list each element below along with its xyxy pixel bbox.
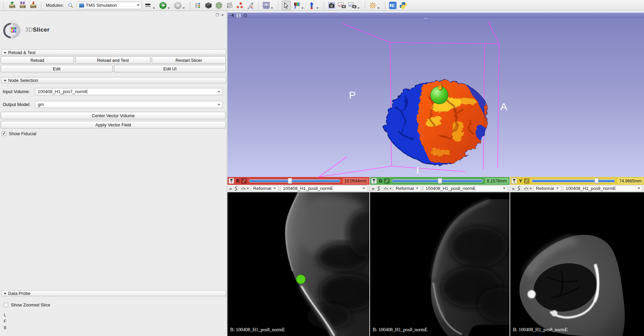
show-module-panel-button[interactable] — [194, 1, 202, 10]
module-forward-button[interactable] — [173, 1, 182, 10]
green-slice-view: G 8.1576mm » Reformat — [370, 177, 510, 336]
orientation-label-superior-clip: S — [422, 18, 433, 20]
chevron-down-icon — [378, 7, 380, 9]
yellow-slice-image[interactable]: B: 100408_H1_pos8_normE — [510, 192, 644, 336]
reload-button[interactable]: Reload — [1, 56, 74, 64]
pin-icon[interactable] — [371, 178, 377, 184]
slice-visibility-control[interactable] — [383, 187, 391, 191]
show-fiducial-checkbox[interactable]: ✓ — [2, 131, 6, 136]
reformat-combobox[interactable]: Reformat — [393, 185, 421, 192]
section-header-node-selection[interactable]: Node Selection — [1, 77, 226, 83]
output-model-combobox[interactable]: gm — [35, 101, 223, 108]
chevron-down-icon — [218, 104, 220, 106]
scene-view-restore-button[interactable] — [348, 1, 357, 10]
crosshair-button[interactable] — [368, 1, 377, 10]
module-selector-combobox[interactable]: TMS Simulation — [77, 2, 142, 9]
reformat-combobox[interactable]: Reformat — [251, 185, 278, 192]
orientation-label-anterior: A — [500, 101, 507, 112]
forward-arrow-icon — [174, 1, 182, 10]
load-data-button[interactable]: DATA — [8, 1, 17, 10]
python-console-button[interactable] — [399, 1, 408, 10]
3d-view[interactable]: 1 — [227, 11, 644, 177]
chevron-down-icon — [137, 4, 140, 6]
apply-vector-field-button[interactable]: Apply Vector Field — [1, 121, 226, 128]
link-slices-icon[interactable] — [376, 186, 381, 191]
save-button[interactable]: SAVE — [29, 1, 38, 10]
window-level-button[interactable] — [292, 1, 301, 10]
slider-groove[interactable] — [392, 180, 482, 182]
link-slices-icon[interactable] — [234, 186, 239, 191]
slider-handle[interactable] — [438, 178, 442, 184]
section-header-data-probe[interactable]: Data Probe — [1, 290, 226, 296]
slider-handle[interactable] — [288, 178, 292, 184]
slider-groove[interactable] — [249, 180, 340, 182]
show-zoomed-slice-checkbox[interactable] — [4, 303, 8, 307]
svg-text:DATA: DATA — [9, 5, 15, 8]
volume-combobox[interactable]: 100408_H1_pos8_normE — [563, 185, 643, 192]
place-point-icon — [308, 2, 315, 9]
pin-icon[interactable] — [511, 178, 517, 184]
input-volume-label: Input Volume: — [3, 89, 30, 94]
slider-groove[interactable] — [532, 180, 615, 182]
annotations-module-button[interactable] — [246, 1, 255, 10]
place-fiducial-button[interactable] — [307, 1, 316, 10]
3d-canvas[interactable]: P A I S ☝ — [227, 18, 644, 177]
transforms-module-button[interactable] — [225, 1, 234, 10]
orientation-label-inferior: I — [416, 165, 419, 176]
volumes-module-button[interactable] — [204, 1, 213, 10]
close-panel-icon[interactable]: ✕ — [221, 13, 224, 17]
svg-text:E: E — [391, 3, 394, 8]
module-search-button[interactable] — [66, 1, 75, 10]
slice-corner-annotation: B: 100408_H1_pos8_normE — [230, 327, 285, 333]
import-dicom-button[interactable]: DCM — [18, 1, 27, 10]
slice-offset-slider[interactable] — [532, 179, 615, 182]
green-slice-image[interactable]: B: 100408_H1_pos8_normE — [370, 192, 510, 336]
chevron-down-icon — [168, 7, 170, 9]
view-controls-icon[interactable] — [243, 13, 247, 18]
chevron-down-icon — [357, 7, 360, 9]
volume-combobox[interactable]: 100408_H1_pos8_normE — [280, 185, 368, 192]
volume-combobox[interactable]: 100408_H1_pos8_normE — [423, 185, 508, 192]
slice-offset-slider[interactable] — [249, 179, 340, 182]
slice-corner-annotation: B: 100408_H1_pos8_normE — [373, 327, 427, 333]
slice-visibility-control[interactable] — [523, 187, 532, 191]
restart-slicer-button[interactable]: Restart Slicer — [152, 56, 226, 64]
layout-selector-button[interactable] — [262, 1, 271, 10]
screenshot-button[interactable] — [327, 1, 336, 10]
cursor-icon — [283, 2, 290, 9]
pin-icon[interactable] — [229, 13, 234, 17]
section-header-reload-test[interactable]: Reload & Test — [1, 49, 226, 55]
slice-offset-slider[interactable] — [392, 179, 482, 182]
reload-and-test-button[interactable]: Reload and Test — [75, 56, 150, 64]
slice-visibility-control[interactable] — [241, 187, 249, 191]
mouse-interaction-button[interactable] — [282, 1, 291, 10]
markups-module-button[interactable]: ✱ ✱ ✱ — [236, 1, 244, 10]
module-history-button[interactable] — [144, 1, 152, 10]
slice-intersection-icon[interactable] — [241, 178, 246, 183]
svg-text:DCM: DCM — [20, 5, 25, 8]
slice-intersection-icon[interactable] — [384, 178, 389, 183]
float-panel-icon[interactable]: ❐ — [216, 13, 219, 17]
more-options-chevron[interactable]: » — [512, 186, 514, 191]
edit-ui-button[interactable]: Edit UI — [114, 65, 226, 72]
scene-view-capture-button[interactable] — [338, 1, 347, 10]
pin-icon[interactable] — [228, 178, 234, 184]
slice-intersection-icon[interactable] — [524, 178, 529, 183]
input-volume-combobox[interactable]: 100408_H1_pos7_normE — [35, 88, 223, 95]
red-slice-image[interactable]: B: 100408_H1_pos8_normE — [227, 192, 369, 336]
more-options-chevron[interactable]: » — [229, 186, 232, 191]
edit-button[interactable]: Edit — [1, 65, 113, 72]
module-back-button[interactable] — [159, 1, 167, 10]
models-module-button[interactable] — [215, 1, 223, 10]
center-vector-volume-button[interactable]: Center Vector Volume — [1, 112, 226, 119]
back-arrow-icon — [159, 1, 167, 10]
probe-row-l: L — [4, 313, 6, 317]
extensions-manager-button[interactable]: E — [388, 1, 397, 10]
reformat-combobox[interactable]: Reformat — [534, 185, 561, 192]
modules-label: Modules: — [46, 3, 64, 8]
link-slices-icon[interactable] — [516, 186, 521, 191]
svg-text:SAVE: SAVE — [30, 5, 36, 8]
slider-handle[interactable] — [594, 178, 599, 184]
pane-number-badge: 1 — [236, 13, 241, 18]
more-options-chevron[interactable]: » — [372, 186, 374, 191]
